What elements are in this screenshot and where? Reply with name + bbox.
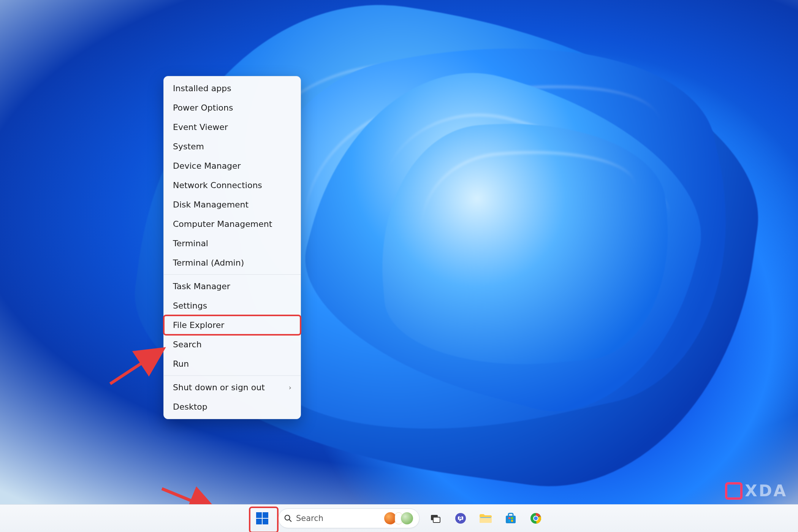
taskbar-center: Search xyxy=(253,508,545,528)
winx-item-terminal[interactable]: Terminal xyxy=(164,234,301,253)
winx-item-run[interactable]: Run xyxy=(164,354,301,374)
winx-item-label: Terminal (Admin) xyxy=(173,258,244,268)
svg-rect-9 xyxy=(433,517,440,522)
watermark-text: XDA xyxy=(745,481,787,500)
svg-rect-16 xyxy=(511,517,513,519)
search-placeholder: Search xyxy=(296,514,380,523)
taskbar: Search xyxy=(0,504,798,532)
winx-item-label: Computer Management xyxy=(173,219,272,229)
winx-item-settings[interactable]: Settings xyxy=(164,296,301,315)
winx-item-terminal-admin[interactable]: Terminal (Admin) xyxy=(164,253,301,272)
winx-item-label: Desktop xyxy=(173,402,207,412)
winx-item-label: Shut down or sign out xyxy=(173,383,265,392)
svg-point-21 xyxy=(534,516,538,520)
file-explorer-button[interactable] xyxy=(477,509,495,527)
winx-item-shut-down-or-sign-out[interactable]: Shut down or sign out› xyxy=(164,378,301,397)
start-button[interactable] xyxy=(253,509,271,527)
chrome-button[interactable] xyxy=(527,509,545,527)
task-view-button[interactable] xyxy=(426,509,445,527)
svg-rect-17 xyxy=(508,520,510,522)
winx-item-event-viewer[interactable]: Event Viewer xyxy=(164,117,301,137)
svg-rect-3 xyxy=(263,512,268,518)
xda-logo-icon xyxy=(725,482,743,500)
svg-rect-18 xyxy=(511,520,513,522)
winx-item-system[interactable]: System xyxy=(164,137,301,156)
winx-item-label: Run xyxy=(173,359,189,369)
menu-separator xyxy=(164,274,301,275)
svg-line-7 xyxy=(289,519,291,521)
winx-item-desktop[interactable]: Desktop xyxy=(164,397,301,416)
search-charm-icon xyxy=(401,512,413,524)
winx-item-label: Search xyxy=(173,340,202,349)
svg-rect-2 xyxy=(256,512,262,518)
search-icon xyxy=(284,514,292,522)
winx-item-label: Terminal xyxy=(173,239,208,248)
desktop-wallpaper xyxy=(0,0,798,532)
winx-item-label: Power Options xyxy=(173,103,233,112)
winx-item-label: Network Connections xyxy=(173,180,262,190)
winx-item-computer-management[interactable]: Computer Management xyxy=(164,214,301,234)
chat-icon xyxy=(454,512,467,525)
chevron-right-icon: › xyxy=(289,383,291,391)
winx-item-disk-management[interactable]: Disk Management xyxy=(164,195,301,214)
chrome-icon xyxy=(530,512,542,524)
winx-item-network-connections[interactable]: Network Connections xyxy=(164,176,301,195)
winx-item-label: Device Manager xyxy=(173,161,241,171)
chat-button[interactable] xyxy=(451,509,470,527)
winx-item-installed-apps[interactable]: Installed apps xyxy=(164,79,301,98)
winx-item-label: File Explorer xyxy=(173,320,224,330)
winx-item-file-explorer[interactable]: File Explorer xyxy=(164,315,301,335)
winx-item-label: Task Manager xyxy=(173,282,230,291)
folder-icon xyxy=(479,512,492,524)
menu-separator xyxy=(164,375,301,376)
search-box[interactable]: Search xyxy=(278,508,420,528)
svg-rect-5 xyxy=(263,519,268,524)
winx-item-label: Disk Management xyxy=(173,200,249,209)
microsoft-store-button[interactable] xyxy=(502,509,520,527)
search-highlight-icons xyxy=(384,512,413,524)
svg-rect-13 xyxy=(480,517,491,518)
winx-item-device-manager[interactable]: Device Manager xyxy=(164,156,301,176)
task-view-icon xyxy=(429,512,442,524)
winx-item-task-manager[interactable]: Task Manager xyxy=(164,277,301,296)
svg-rect-4 xyxy=(256,519,262,524)
store-icon xyxy=(504,512,517,525)
winx-item-search[interactable]: Search xyxy=(164,335,301,354)
winx-item-label: System xyxy=(173,142,204,151)
winx-item-label: Installed apps xyxy=(173,84,231,93)
windows-logo-icon xyxy=(256,512,269,525)
svg-rect-14 xyxy=(506,516,516,523)
svg-rect-15 xyxy=(508,517,510,519)
winx-item-label: Settings xyxy=(173,301,207,310)
winx-item-label: Event Viewer xyxy=(173,122,228,132)
xda-watermark: XDA xyxy=(725,481,787,500)
winx-item-power-options[interactable]: Power Options xyxy=(164,98,301,117)
winx-context-menu: Installed appsPower OptionsEvent ViewerS… xyxy=(163,76,301,419)
